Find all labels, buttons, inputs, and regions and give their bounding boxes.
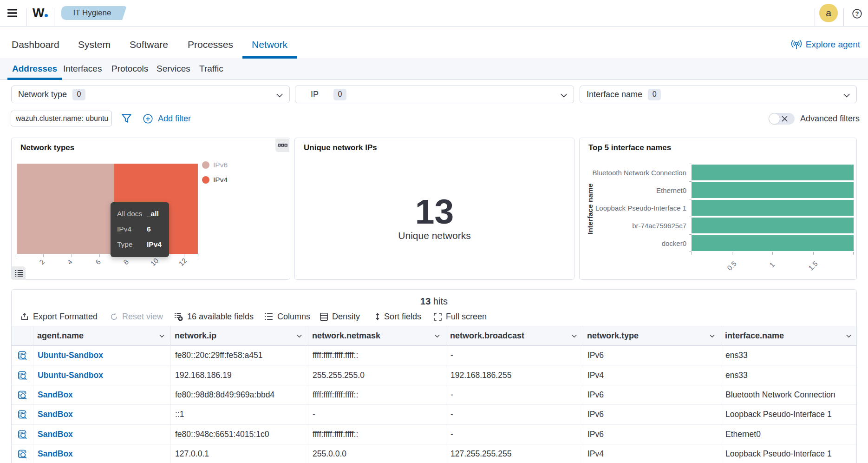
svg-text:?: ? — [855, 10, 859, 17]
